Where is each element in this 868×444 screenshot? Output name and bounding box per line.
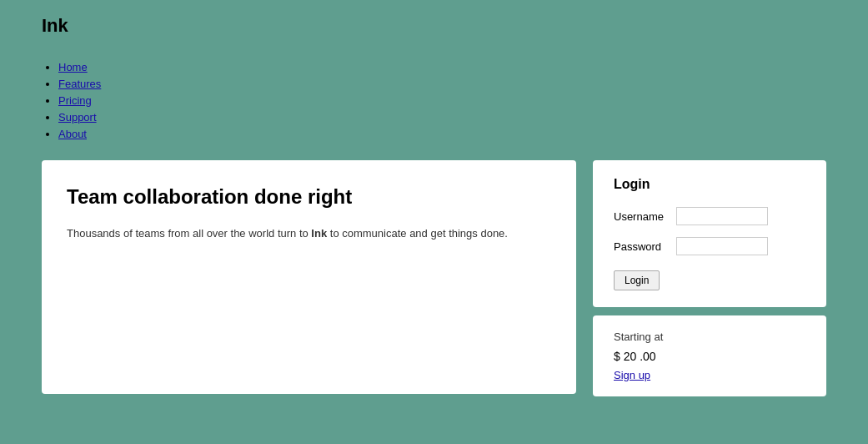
nav-item-home: Home bbox=[58, 60, 826, 73]
hero-brand: Ink bbox=[311, 227, 327, 240]
nav-link-pricing[interactable]: Pricing bbox=[58, 94, 92, 107]
nav-link-about[interactable]: About bbox=[58, 128, 87, 140]
login-title: Login bbox=[614, 177, 805, 192]
app-title: Ink bbox=[42, 15, 68, 36]
username-group: Username bbox=[614, 207, 805, 225]
login-button[interactable]: Login bbox=[614, 270, 660, 290]
username-input[interactable] bbox=[676, 207, 768, 225]
main-content: Team collaboration done right Thousands … bbox=[0, 160, 868, 421]
login-card: Login Username Password Login bbox=[593, 160, 826, 307]
pricing-card: Starting at $ 20 .00 Sign up bbox=[593, 315, 826, 396]
header: Ink bbox=[0, 0, 868, 52]
nav-list: Home Features Pricing Support About bbox=[42, 60, 826, 140]
right-column: Login Username Password Login Starting a… bbox=[593, 160, 826, 396]
nav-item-support: Support bbox=[58, 110, 826, 124]
pricing-label: Starting at bbox=[614, 330, 805, 343]
nav-item-features: Features bbox=[58, 77, 826, 90]
hero-title: Team collaboration done right bbox=[67, 185, 551, 209]
signup-link[interactable]: Sign up bbox=[614, 369, 650, 381]
nav-link-features[interactable]: Features bbox=[58, 78, 101, 90]
password-input[interactable] bbox=[676, 237, 768, 255]
hero-description: Thousands of teams from all over the wor… bbox=[67, 225, 551, 242]
navigation: Home Features Pricing Support About bbox=[0, 52, 868, 160]
pricing-amount: $ 20 .00 bbox=[614, 350, 805, 363]
nav-link-home[interactable]: Home bbox=[58, 61, 88, 73]
password-label: Password bbox=[614, 240, 676, 253]
hero-card: Team collaboration done right Thousands … bbox=[42, 160, 576, 394]
hero-desc-before: Thousands of teams from all over the wor… bbox=[67, 227, 311, 240]
nav-link-support[interactable]: Support bbox=[58, 111, 97, 124]
password-group: Password bbox=[614, 237, 805, 255]
username-label: Username bbox=[614, 210, 676, 223]
nav-item-pricing: Pricing bbox=[58, 93, 826, 107]
hero-desc-after: to communicate and get things done. bbox=[327, 227, 508, 240]
nav-item-about: About bbox=[58, 127, 826, 140]
